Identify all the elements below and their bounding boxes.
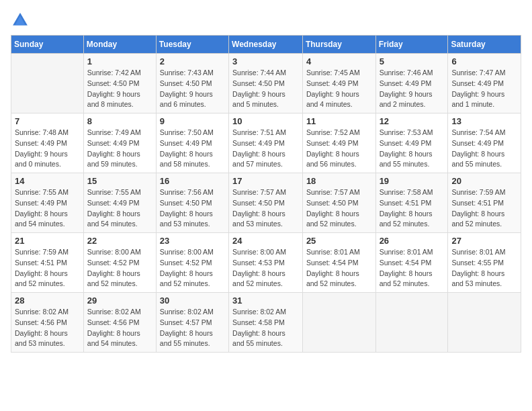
day-number: 27 bbox=[451, 236, 517, 246]
calendar-cell: 4Sunrise: 7:45 AMSunset: 4:49 PMDaylight… bbox=[302, 54, 375, 113]
day-number: 26 bbox=[380, 236, 445, 246]
calendar-cell: 1Sunrise: 7:42 AMSunset: 4:50 PMDaylight… bbox=[83, 54, 156, 113]
day-number: 12 bbox=[380, 116, 445, 126]
day-number: 18 bbox=[306, 176, 372, 186]
day-header-tuesday: Tuesday bbox=[156, 36, 228, 54]
day-number: 22 bbox=[87, 236, 152, 246]
day-header-wednesday: Wednesday bbox=[229, 36, 303, 54]
calendar-cell bbox=[448, 293, 521, 353]
day-info: Sunrise: 8:00 AMSunset: 4:52 PMDaylight:… bbox=[160, 247, 225, 289]
day-number: 14 bbox=[15, 176, 80, 186]
day-info: Sunrise: 7:59 AMSunset: 4:51 PMDaylight:… bbox=[451, 187, 517, 230]
page-header bbox=[11, 11, 521, 30]
day-header-monday: Monday bbox=[83, 36, 156, 54]
calendar-cell: 26Sunrise: 8:01 AMSunset: 4:54 PMDayligh… bbox=[375, 233, 448, 293]
day-info: Sunrise: 7:42 AMSunset: 4:50 PMDaylight:… bbox=[87, 68, 152, 110]
day-number: 6 bbox=[451, 56, 517, 66]
day-number: 7 bbox=[15, 116, 80, 126]
day-info: Sunrise: 7:55 AMSunset: 4:49 PMDaylight:… bbox=[87, 187, 152, 230]
day-number: 9 bbox=[160, 116, 225, 126]
day-number: 13 bbox=[451, 116, 517, 126]
calendar-cell: 22Sunrise: 8:00 AMSunset: 4:52 PMDayligh… bbox=[83, 233, 156, 293]
day-number: 20 bbox=[451, 176, 517, 186]
logo-icon bbox=[11, 11, 30, 30]
logo bbox=[11, 11, 32, 30]
day-info: Sunrise: 7:43 AMSunset: 4:50 PMDaylight:… bbox=[160, 68, 225, 110]
day-info: Sunrise: 7:46 AMSunset: 4:49 PMDaylight:… bbox=[380, 68, 445, 110]
day-info: Sunrise: 8:00 AMSunset: 4:53 PMDaylight:… bbox=[232, 247, 299, 289]
calendar-table: SundayMondayTuesdayWednesdayThursdayFrid… bbox=[11, 35, 521, 353]
day-info: Sunrise: 8:01 AMSunset: 4:54 PMDaylight:… bbox=[306, 247, 372, 289]
day-number: 5 bbox=[380, 56, 445, 66]
day-number: 1 bbox=[87, 56, 152, 66]
day-number: 29 bbox=[87, 295, 152, 306]
calendar-cell: 16Sunrise: 7:56 AMSunset: 4:50 PMDayligh… bbox=[156, 173, 228, 233]
calendar-cell: 7Sunrise: 7:48 AMSunset: 4:49 PMDaylight… bbox=[11, 113, 84, 173]
calendar-cell bbox=[375, 293, 448, 353]
day-number: 19 bbox=[380, 176, 445, 186]
calendar-cell: 24Sunrise: 8:00 AMSunset: 4:53 PMDayligh… bbox=[229, 233, 303, 293]
calendar-cell bbox=[11, 54, 84, 113]
calendar-cell: 31Sunrise: 8:02 AMSunset: 4:58 PMDayligh… bbox=[229, 293, 303, 353]
day-header-sunday: Sunday bbox=[11, 36, 84, 54]
calendar-cell: 14Sunrise: 7:55 AMSunset: 4:49 PMDayligh… bbox=[11, 173, 84, 233]
calendar-header-row: SundayMondayTuesdayWednesdayThursdayFrid… bbox=[11, 36, 521, 54]
day-info: Sunrise: 8:01 AMSunset: 4:55 PMDaylight:… bbox=[451, 247, 517, 289]
calendar-cell: 29Sunrise: 8:02 AMSunset: 4:56 PMDayligh… bbox=[83, 293, 156, 353]
day-info: Sunrise: 7:45 AMSunset: 4:49 PMDaylight:… bbox=[306, 68, 372, 110]
calendar-cell: 15Sunrise: 7:55 AMSunset: 4:49 PMDayligh… bbox=[83, 173, 156, 233]
day-info: Sunrise: 7:59 AMSunset: 4:51 PMDaylight:… bbox=[15, 247, 80, 289]
calendar-cell: 20Sunrise: 7:59 AMSunset: 4:51 PMDayligh… bbox=[448, 173, 521, 233]
day-info: Sunrise: 7:50 AMSunset: 4:49 PMDaylight:… bbox=[160, 128, 225, 170]
day-number: 21 bbox=[15, 236, 80, 246]
day-info: Sunrise: 7:55 AMSunset: 4:49 PMDaylight:… bbox=[15, 187, 80, 230]
calendar-week-row: 28Sunrise: 8:02 AMSunset: 4:56 PMDayligh… bbox=[11, 293, 521, 353]
day-number: 16 bbox=[160, 176, 225, 186]
day-info: Sunrise: 8:00 AMSunset: 4:52 PMDaylight:… bbox=[87, 247, 152, 289]
day-info: Sunrise: 7:48 AMSunset: 4:49 PMDaylight:… bbox=[15, 128, 80, 170]
calendar-cell: 8Sunrise: 7:49 AMSunset: 4:49 PMDaylight… bbox=[83, 113, 156, 173]
day-info: Sunrise: 7:51 AMSunset: 4:49 PMDaylight:… bbox=[232, 128, 299, 170]
calendar-cell bbox=[302, 293, 375, 353]
calendar-cell: 28Sunrise: 8:02 AMSunset: 4:56 PMDayligh… bbox=[11, 293, 84, 353]
day-number: 17 bbox=[232, 176, 299, 186]
day-info: Sunrise: 8:02 AMSunset: 4:56 PMDaylight:… bbox=[15, 307, 80, 349]
calendar-week-row: 14Sunrise: 7:55 AMSunset: 4:49 PMDayligh… bbox=[11, 173, 521, 233]
day-number: 15 bbox=[87, 176, 152, 186]
calendar-cell: 27Sunrise: 8:01 AMSunset: 4:55 PMDayligh… bbox=[448, 233, 521, 293]
day-info: Sunrise: 7:58 AMSunset: 4:51 PMDaylight:… bbox=[380, 187, 445, 230]
calendar-cell: 19Sunrise: 7:58 AMSunset: 4:51 PMDayligh… bbox=[375, 173, 448, 233]
calendar-week-row: 21Sunrise: 7:59 AMSunset: 4:51 PMDayligh… bbox=[11, 233, 521, 293]
day-info: Sunrise: 8:02 AMSunset: 4:56 PMDaylight:… bbox=[87, 307, 152, 349]
day-number: 23 bbox=[160, 236, 225, 246]
day-info: Sunrise: 7:54 AMSunset: 4:49 PMDaylight:… bbox=[451, 128, 517, 170]
calendar-week-row: 7Sunrise: 7:48 AMSunset: 4:49 PMDaylight… bbox=[11, 113, 521, 173]
calendar-cell: 17Sunrise: 7:57 AMSunset: 4:50 PMDayligh… bbox=[229, 173, 303, 233]
day-header-saturday: Saturday bbox=[448, 36, 521, 54]
calendar-cell: 6Sunrise: 7:47 AMSunset: 4:49 PMDaylight… bbox=[448, 54, 521, 113]
calendar-cell: 30Sunrise: 8:02 AMSunset: 4:57 PMDayligh… bbox=[156, 293, 228, 353]
calendar-cell: 25Sunrise: 8:01 AMSunset: 4:54 PMDayligh… bbox=[302, 233, 375, 293]
day-number: 25 bbox=[306, 236, 372, 246]
calendar-cell: 23Sunrise: 8:00 AMSunset: 4:52 PMDayligh… bbox=[156, 233, 228, 293]
day-info: Sunrise: 7:57 AMSunset: 4:50 PMDaylight:… bbox=[232, 187, 299, 230]
day-info: Sunrise: 8:01 AMSunset: 4:54 PMDaylight:… bbox=[380, 247, 445, 289]
calendar-week-row: 1Sunrise: 7:42 AMSunset: 4:50 PMDaylight… bbox=[11, 54, 521, 113]
day-info: Sunrise: 7:53 AMSunset: 4:49 PMDaylight:… bbox=[380, 128, 445, 170]
day-header-thursday: Thursday bbox=[302, 36, 375, 54]
day-number: 3 bbox=[232, 56, 299, 66]
day-number: 8 bbox=[87, 116, 152, 126]
day-number: 31 bbox=[232, 295, 299, 306]
day-info: Sunrise: 7:44 AMSunset: 4:50 PMDaylight:… bbox=[232, 68, 299, 110]
day-info: Sunrise: 7:52 AMSunset: 4:49 PMDaylight:… bbox=[306, 128, 372, 170]
day-info: Sunrise: 8:02 AMSunset: 4:57 PMDaylight:… bbox=[160, 307, 225, 349]
day-info: Sunrise: 7:47 AMSunset: 4:49 PMDaylight:… bbox=[451, 68, 517, 110]
day-number: 2 bbox=[160, 56, 225, 66]
day-number: 11 bbox=[306, 116, 372, 126]
day-number: 4 bbox=[306, 56, 372, 66]
calendar-cell: 5Sunrise: 7:46 AMSunset: 4:49 PMDaylight… bbox=[375, 54, 448, 113]
day-info: Sunrise: 7:56 AMSunset: 4:50 PMDaylight:… bbox=[160, 187, 225, 230]
calendar-cell: 2Sunrise: 7:43 AMSunset: 4:50 PMDaylight… bbox=[156, 54, 228, 113]
day-number: 24 bbox=[232, 236, 299, 246]
calendar-cell: 10Sunrise: 7:51 AMSunset: 4:49 PMDayligh… bbox=[229, 113, 303, 173]
